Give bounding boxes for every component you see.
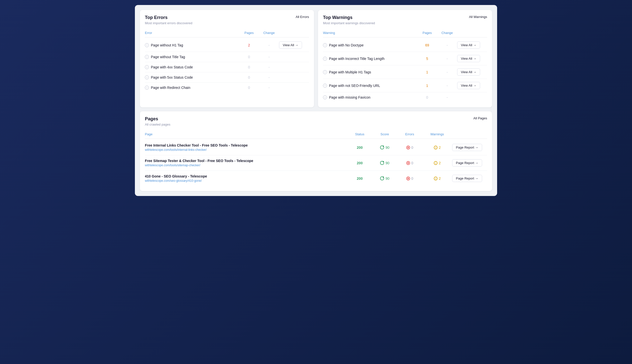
page-warning-count: 2 (439, 146, 441, 150)
error-row-change: - (259, 55, 279, 59)
warning-row-pages: 5 (417, 57, 437, 61)
error-row-text: Page with Redirect Chain (151, 86, 190, 90)
error-row: i Page without Title Tag 0 - (145, 52, 309, 62)
page-report-button[interactable]: Page Report → (452, 159, 482, 166)
all-errors-link[interactable]: All Errors (296, 15, 309, 19)
page-title: 410 Gone - SEO Glossary - Telescope (145, 174, 347, 178)
warning-row-change: - (437, 95, 457, 99)
url-base: withtelescope.com (145, 164, 170, 167)
pages-card-header: Pages All crawled pages All Pages (145, 116, 487, 126)
warning-row-label: i Page with Incorrect Title Tag Length (323, 57, 417, 61)
url-path: /tools/sitemap-checker/ (170, 164, 200, 167)
error-row-pages: 0 (239, 76, 259, 80)
info-icon[interactable]: i (145, 55, 149, 59)
info-icon[interactable]: i (323, 70, 327, 74)
error-row-label: i Page without H1 Tag (145, 43, 239, 47)
action-col-header (452, 132, 487, 136)
info-icon[interactable]: i (145, 65, 149, 69)
error-row: i Page with Redirect Chain 0 - (145, 83, 309, 92)
info-icon[interactable]: i (145, 43, 149, 47)
page-col-header: Page (145, 132, 347, 136)
page-warning-count: 2 (439, 161, 441, 165)
error-row-change: - (259, 86, 279, 90)
page-status: 200 (347, 176, 372, 180)
pages-title-group: Pages All crawled pages (145, 116, 170, 126)
svg-text:!: ! (435, 178, 436, 180)
warnings-table: Warning Pages Change i Page with No Doct… (323, 29, 487, 102)
info-icon[interactable]: i (145, 86, 149, 90)
warning-row: i Page with Multiple H1 Tags 1 - View Al… (323, 66, 487, 79)
page-url: withtelescope.com/tools/internal-links-c… (145, 148, 347, 152)
error-row-label: i Page with 5xx Status Code (145, 76, 239, 80)
page-score-value: 90 (385, 161, 389, 165)
url-base: withtelescope.com (145, 148, 170, 152)
status-col-header: Status (347, 132, 372, 136)
view-all-button[interactable]: View All → (457, 55, 480, 62)
page-error-count: 0 (411, 146, 413, 150)
page-score-value: 90 (385, 146, 389, 150)
error-row-label: i Page without Title Tag (145, 55, 239, 59)
all-warnings-link[interactable]: All Warnings (469, 15, 487, 19)
page-info: Free Internal Links Checker Tool - Free … (145, 143, 347, 152)
action-col-header (457, 31, 487, 35)
error-row: i Page with 5xx Status Code 0 - (145, 72, 309, 83)
view-all-button[interactable]: View All → (457, 68, 480, 76)
url-path: /tools/internal-links-checker/ (170, 148, 207, 152)
view-all-button[interactable]: View All → (457, 42, 480, 49)
info-icon[interactable]: i (323, 84, 327, 88)
errors-title: Top Errors (145, 15, 192, 20)
score-icon (380, 145, 384, 150)
score-icon (380, 161, 384, 165)
svg-text:!: ! (435, 162, 436, 164)
info-icon[interactable]: i (323, 95, 327, 99)
view-all-button[interactable]: View All → (457, 82, 480, 89)
info-icon[interactable]: i (145, 76, 149, 80)
page-warning-cell: ! 2 (422, 161, 452, 165)
page-error-count: 0 (411, 161, 413, 165)
error-col-header: Error (145, 31, 239, 35)
page-report-button[interactable]: Page Report → (452, 144, 482, 151)
warnings-table-header: Warning Pages Change (323, 29, 487, 38)
all-pages-link[interactable]: All Pages (473, 116, 487, 120)
page-url: withtelescope.com/tools/sitemap-checker/ (145, 164, 347, 167)
warning-row-pages: 1 (417, 84, 437, 88)
warning-row: i Page with not SEO-Friendly URL 1 - Vie… (323, 79, 487, 92)
warning-row-text: Page with missing Favicon (329, 95, 370, 99)
errors-col-header: Errors (397, 132, 422, 136)
page-report-button[interactable]: Page Report → (452, 175, 482, 182)
warning-row-change: - (437, 57, 457, 61)
page-row: 410 Gone - SEO Glossary - Telescope with… (145, 171, 487, 186)
warning-icon: ! (434, 146, 438, 150)
score-icon (380, 176, 384, 180)
page-status: 200 (347, 146, 372, 150)
main-container: Top Errors Most important errors discove… (135, 5, 497, 196)
action-col-header (279, 31, 309, 35)
page-score-cell: 90 (372, 161, 397, 165)
error-row: i Page with 4xx Status Code 0 - (145, 62, 309, 72)
errors-title-group: Top Errors Most important errors discove… (145, 15, 192, 25)
warning-row-text: Page with Multiple H1 Tags (329, 70, 371, 74)
pages-table-header: Page Status Score Errors Warnings (145, 130, 487, 139)
warning-col-header: Warning (323, 31, 417, 35)
view-all-button[interactable]: View All → (279, 42, 302, 49)
warning-icon: ! (434, 176, 438, 180)
svg-text:!: ! (435, 146, 436, 149)
info-icon[interactable]: i (323, 57, 327, 61)
page-title: Free Sitemap Tester & Checker Tool - Fre… (145, 159, 347, 163)
error-icon (406, 161, 410, 165)
warning-row-text: Page with Incorrect Title Tag Length (329, 57, 384, 61)
page-warning-cell: ! 2 (422, 176, 452, 180)
warning-row-change: - (437, 43, 457, 47)
warning-row-change: - (437, 84, 457, 88)
change-col-header: Change (259, 31, 279, 35)
svg-point-8 (383, 161, 384, 162)
page-score-cell: 90 (372, 176, 397, 180)
page-info: Free Sitemap Tester & Checker Tool - Fre… (145, 159, 347, 167)
warning-row-action: View All → (457, 55, 487, 62)
warning-row-action: View All → (457, 68, 487, 76)
info-icon[interactable]: i (323, 43, 327, 47)
warning-row-text: Page with not SEO-Friendly URL (329, 84, 380, 88)
warning-row-label: i Page with not SEO-Friendly URL (323, 84, 417, 88)
warning-row-label: i Page with missing Favicon (323, 95, 417, 99)
warning-row-action: View All → (457, 42, 487, 49)
